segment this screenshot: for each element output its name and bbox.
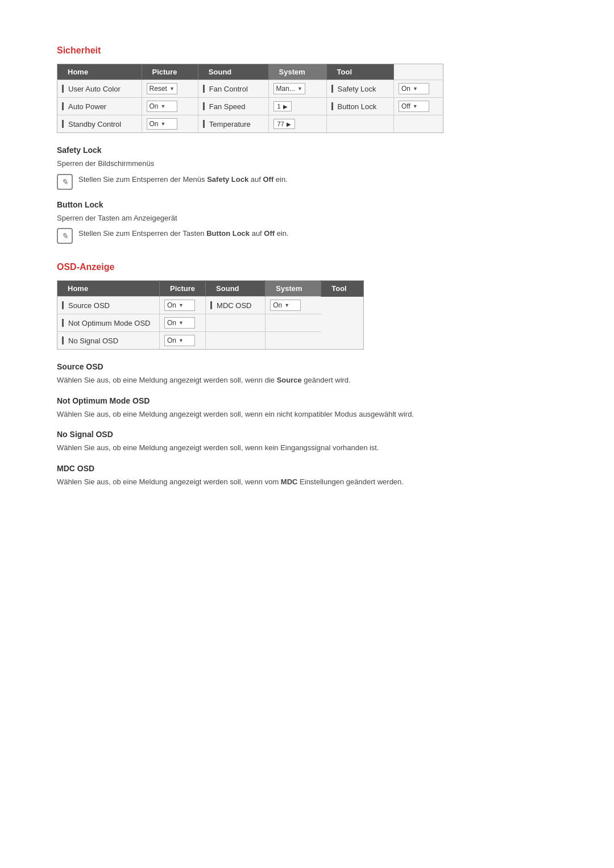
dropdown-arrow-icon: ▼ (413, 103, 418, 109)
tab-system[interactable]: System (268, 64, 326, 80)
not-optimum-label: Not Optimum Mode OSD (68, 319, 151, 327)
button-lock-value: Off (401, 102, 410, 110)
button-lock-dropdown[interactable]: Off ▼ (399, 101, 429, 112)
mdc-osd-dropdown[interactable]: On ▼ (270, 300, 301, 311)
mdc-osd-label: MDC OSD (217, 301, 251, 310)
auto-power-cell: Auto Power (57, 98, 142, 115)
no-signal-cell: No Signal OSD (57, 332, 160, 350)
no-signal-label: No Signal OSD (68, 337, 118, 345)
auto-power-label: Auto Power (68, 102, 106, 111)
field-bar-icon (331, 85, 333, 93)
standby-control-dropdown[interactable]: On ▼ (147, 118, 177, 130)
user-auto-color-dropdown[interactable]: Reset ▼ (147, 83, 177, 94)
button-lock-heading: Button Lock (57, 200, 557, 209)
source-osd-heading: Source OSD (57, 362, 557, 371)
tab-tool[interactable]: Tool (326, 64, 393, 80)
temperature-cell: Temperature (198, 115, 268, 133)
not-optimum-cell: Not Optimum Mode OSD (57, 314, 160, 332)
fan-control-value: Man... (276, 85, 295, 93)
dropdown-arrow-icon: ▼ (284, 302, 289, 308)
field-bar-icon (203, 85, 205, 93)
user-auto-color-value-cell: Reset ▼ (142, 80, 198, 98)
auto-power-dropdown[interactable]: On ▼ (147, 101, 177, 112)
not-optimum-value-cell: On ▼ (160, 314, 206, 332)
fan-control-dropdown[interactable]: Man... ▼ (273, 83, 305, 94)
button-lock-desc: Sperren der Tasten am Anzeigegerät (57, 213, 557, 224)
fan-speed-label: Fan Speed (209, 102, 246, 111)
tab-picture[interactable]: Picture (142, 64, 198, 80)
osd-tab-system[interactable]: System (265, 281, 321, 297)
source-osd-dropdown[interactable]: On ▼ (164, 300, 195, 311)
standby-control-value-cell: On ▼ (142, 115, 198, 133)
temperature-nav[interactable]: 77 ▶ (273, 119, 295, 129)
table-row: User Auto Color Reset ▼ Fan Control Man.… (57, 80, 443, 98)
tab-home[interactable]: Home (57, 64, 142, 80)
osd-anzeige-title: OSD-Anzeige (57, 262, 557, 272)
mdc-osd-heading: MDC OSD (57, 464, 557, 473)
standby-control-value: On (150, 120, 159, 128)
nav-arrow-icon: ▶ (283, 103, 288, 110)
mdc-osd-cell: MDC OSD (206, 297, 265, 314)
dropdown-arrow-icon: ▼ (161, 103, 166, 109)
sicherheit-section: Sicherheit Home Picture Sound System Too… (57, 45, 557, 244)
safety-lock-heading: Safety Lock (57, 146, 557, 155)
sicherheit-table: Home Picture Sound System Tool User Auto… (57, 64, 443, 133)
fan-speed-nav[interactable]: 1 ▶ (273, 101, 292, 111)
dropdown-arrow-icon: ▼ (413, 86, 418, 92)
osd-tab-picture[interactable]: Picture (160, 281, 206, 297)
temperature-value-cell: 77 ▶ (268, 115, 326, 133)
field-bar-icon (210, 301, 212, 309)
source-osd-desc: Wählen Sie aus, ob eine Meldung angezeig… (57, 375, 557, 386)
not-optimum-dropdown[interactable]: On ▼ (164, 317, 195, 329)
table-row: Source OSD On ▼ MDC OSD On ▼ (57, 297, 364, 314)
osd-tab-row: Home Picture Sound System Tool (57, 281, 364, 297)
osd-tab-home[interactable]: Home (57, 281, 160, 297)
field-bar-icon (62, 337, 64, 344)
fan-speed-cell: Fan Speed (198, 98, 268, 115)
sicherheit-title: Sicherheit (57, 45, 557, 56)
field-bar-icon (62, 85, 64, 93)
no-signal-heading: No Signal OSD (57, 430, 557, 439)
no-signal-value-cell: On ▼ (160, 332, 206, 350)
osd-tab-sound[interactable]: Sound (206, 281, 265, 297)
no-signal-dropdown[interactable]: On ▼ (164, 335, 195, 346)
dropdown-arrow-icon: ▼ (169, 86, 175, 92)
temperature-value: 77 (277, 121, 284, 127)
field-bar-icon (331, 102, 333, 110)
field-bar-icon (62, 319, 64, 327)
not-optimum-value: On (167, 319, 176, 327)
user-auto-color-value: Reset (150, 85, 167, 93)
button-lock-note-block: ✎ Stellen Sie zum Entsperren der Tasten … (57, 228, 557, 244)
safety-lock-desc: Sperren der Bildschirmmenüs (57, 158, 557, 169)
field-bar-icon (62, 102, 64, 110)
auto-power-value: On (150, 102, 159, 110)
tab-sound[interactable]: Sound (198, 64, 268, 80)
empty-cell-1 (326, 115, 393, 133)
mdc-osd-value-cell: On ▼ (265, 297, 321, 314)
dropdown-arrow-icon: ▼ (179, 320, 184, 326)
standby-control-cell: Standby Control (57, 115, 142, 133)
sicherheit-tab-row: Home Picture Sound System Tool (57, 64, 443, 80)
source-osd-label: Source OSD (68, 301, 110, 310)
table-row: Not Optimum Mode OSD On ▼ (57, 314, 364, 332)
empty-osd-cell-1 (206, 314, 265, 332)
field-bar-icon (203, 120, 205, 128)
note-icon: ✎ (57, 174, 73, 190)
mdc-osd-value: On (273, 301, 282, 309)
source-osd-value: On (167, 301, 176, 309)
safety-lock-value-cell: On ▼ (393, 80, 443, 98)
standby-control-label: Standby Control (68, 120, 121, 128)
table-row: Auto Power On ▼ Fan Speed 1 ▶ (57, 98, 443, 115)
source-osd-cell: Source OSD (57, 297, 160, 314)
field-bar-icon (203, 102, 205, 110)
safety-lock-cell: Safety Lock (326, 80, 393, 98)
table-row: No Signal OSD On ▼ (57, 332, 364, 350)
button-lock-label: Button Lock (338, 102, 377, 111)
note-icon: ✎ (57, 228, 73, 244)
safety-lock-dropdown[interactable]: On ▼ (399, 83, 429, 94)
dropdown-arrow-icon: ▼ (161, 121, 166, 127)
field-bar-icon (62, 120, 64, 128)
osd-tab-tool[interactable]: Tool (321, 281, 364, 297)
empty-osd-cell-4 (265, 332, 321, 350)
temperature-label: Temperature (209, 120, 251, 128)
